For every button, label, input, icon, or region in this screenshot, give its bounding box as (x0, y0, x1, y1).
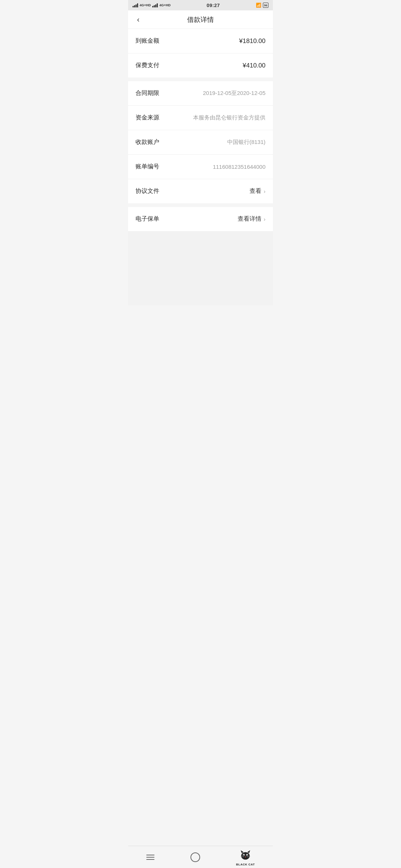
contract-period-label: 合同期限 (136, 89, 159, 97)
fund-source-label: 资金来源 (136, 114, 159, 122)
page-title: 借款详情 (187, 15, 214, 24)
row-agreement[interactable]: 协议文件 查看 › (128, 179, 273, 203)
section-insurance-policy: 电子保单 查看详情 › (128, 207, 273, 231)
divider-1 (128, 78, 273, 81)
agreement-chevron-icon: › (264, 188, 265, 194)
status-bar: 4G+HD 4G+HD 09:27 📶 96 (128, 0, 273, 10)
row-account: 收款账户 中国银行(8131) (128, 130, 273, 155)
contract-period-value: 2019-12-05至2020-12-05 (203, 90, 265, 97)
arrival-amount-label: 到账金额 (136, 37, 159, 45)
row-insurance-fee: 保费支付 ¥410.00 (128, 53, 273, 78)
page-wrapper: 4G+HD 4G+HD 09:27 📶 96 ‹ 借款详情 到账金额 ¥1810… (128, 0, 273, 328)
wifi-icon: 📶 (256, 3, 261, 8)
signal-bars-2 (152, 3, 158, 7)
battery-icon: 96 (263, 3, 268, 8)
e-policy-chevron-icon: › (264, 216, 265, 222)
status-left: 4G+HD 4G+HD (133, 3, 171, 7)
row-bill-number: 账单编号 11160812351644000 (128, 155, 273, 179)
bill-number-value: 11160812351644000 (213, 164, 265, 170)
fund-source-value: 本服务由昆仑银行资金方提供 (193, 114, 265, 121)
back-button[interactable]: ‹ (134, 12, 143, 27)
e-policy-label: 电子保单 (136, 215, 159, 223)
insurance-fee-value: ¥410.00 (243, 62, 265, 69)
account-value: 中国银行(8131) (227, 139, 265, 146)
header: ‹ 借款详情 (128, 10, 273, 29)
arrival-amount-value: ¥1810.00 (239, 37, 265, 45)
network-label-1: 4G+HD (140, 3, 151, 7)
account-label: 收款账户 (136, 138, 159, 146)
signal-bars-1 (133, 3, 138, 7)
agreement-label: 协议文件 (136, 187, 159, 195)
row-e-policy[interactable]: 电子保单 查看详情 › (128, 207, 273, 231)
e-policy-value[interactable]: 查看详情 › (238, 215, 265, 223)
status-right: 📶 96 (256, 3, 268, 8)
insurance-fee-label: 保费支付 (136, 62, 159, 69)
network-label-2: 4G+HD (159, 3, 170, 7)
bill-number-label: 账单编号 (136, 163, 159, 171)
time-display: 09:27 (206, 3, 220, 8)
row-contract-period: 合同期限 2019-12-05至2020-12-05 (128, 81, 273, 106)
agreement-value[interactable]: 查看 › (250, 187, 265, 195)
row-fund-source: 资金来源 本服务由昆仑银行资金方提供 (128, 106, 273, 130)
section-details: 合同期限 2019-12-05至2020-12-05 资金来源 本服务由昆仑银行… (128, 81, 273, 203)
row-arrival-amount: 到账金额 ¥1810.00 (128, 29, 273, 53)
section-amounts: 到账金额 ¥1810.00 保费支付 ¥410.00 (128, 29, 273, 78)
gray-background (128, 231, 273, 305)
divider-2 (128, 203, 273, 207)
